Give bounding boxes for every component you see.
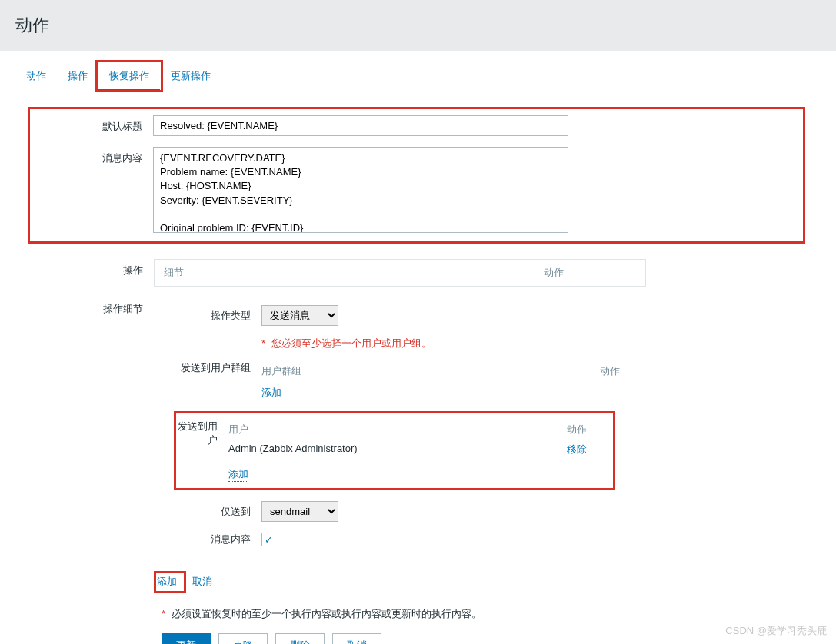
add-action-highlight: 添加 [154, 571, 186, 593]
default-title-label: 默认标题 [30, 115, 153, 134]
title-message-group: 默认标题 消息内容 [28, 107, 805, 244]
message-content-label: 消息内容 [30, 147, 153, 165]
operation-details-label: 操作细节 [31, 297, 154, 316]
page-header: 动作 [0, 0, 836, 51]
msg-content-label: 消息内容 [177, 533, 261, 546]
operation-type-select[interactable]: 发送消息 [261, 305, 338, 326]
button-bar: 更新 克隆 删除 取消 [162, 633, 805, 644]
message-content-textarea[interactable] [153, 147, 568, 233]
user-groups-table: 用户群组 动作 添加 [261, 361, 646, 400]
page-title: 动作 [15, 14, 821, 37]
tab-operation[interactable]: 操作 [57, 63, 98, 91]
send-only-label: 仅送到 [177, 505, 261, 519]
send-users-label: 发送到用户 [176, 420, 228, 447]
tab-action[interactable]: 动作 [15, 63, 57, 91]
cancel-operation-link[interactable]: 取消 [192, 575, 212, 589]
users-header-action: 动作 [567, 423, 613, 437]
send-only-select[interactable]: sendmail [261, 501, 338, 522]
cancel-button[interactable]: 取消 [332, 633, 381, 644]
user-hint: 您必须至少选择一个用户或用户组。 [271, 337, 431, 349]
user-groups-header-group: 用户群组 [261, 364, 600, 378]
operations-table: 细节 动作 [154, 259, 646, 287]
table-row: Admin (Zabbix Administrator) 移除 [228, 440, 613, 460]
watermark: CSDN @爱学习秃头鹿 [725, 624, 827, 638]
tab-recovery-operation[interactable]: 恢复操作 [98, 63, 160, 91]
user-groups-header-action: 动作 [600, 364, 646, 378]
asterisk-icon: * [162, 608, 165, 619]
remove-user-link[interactable]: 移除 [567, 443, 587, 455]
add-user-link[interactable]: 添加 [228, 467, 248, 482]
operation-detail-box: 操作类型 发送消息 * 您必须至少选择一个用户或用户组。 发送到用 [154, 297, 646, 565]
default-title-input[interactable] [153, 115, 568, 136]
ops-header-detail: 细节 [164, 266, 544, 280]
users-header-user: 用户 [228, 423, 567, 437]
send-user-groups-label: 发送到用户群组 [177, 361, 261, 375]
operation-type-label: 操作类型 [177, 309, 261, 323]
operations-label: 操作 [31, 259, 154, 277]
delete-button[interactable]: 删除 [275, 633, 325, 644]
ops-header-action: 动作 [544, 266, 636, 280]
users-table: 用户 动作 Admin (Zabbix Administrator) 移除 添加 [228, 420, 613, 482]
send-users-group: 发送到用户 用户 动作 Admin (Zabbix Administrator)… [174, 411, 615, 490]
asterisk-icon: * [261, 337, 265, 349]
clone-button[interactable]: 克隆 [218, 633, 268, 644]
tab-update-operation[interactable]: 更新操作 [160, 63, 221, 91]
required-note: * 必须设置恢复时的至少一个执行内容或执行内容或更新时的执行内容。 [162, 607, 805, 621]
update-button[interactable]: 更新 [162, 633, 211, 644]
msg-content-checkbox[interactable]: ✓ [261, 533, 275, 546]
add-user-group-link[interactable]: 添加 [261, 386, 281, 400]
form-area: 默认标题 消息内容 操作 细节 动作 操作细节 [0, 91, 836, 644]
user-name: Admin (Zabbix Administrator) [228, 443, 567, 456]
add-operation-link[interactable]: 添加 [157, 575, 177, 589]
tabs: 动作 操作 恢复操作 更新操作 [0, 63, 836, 91]
